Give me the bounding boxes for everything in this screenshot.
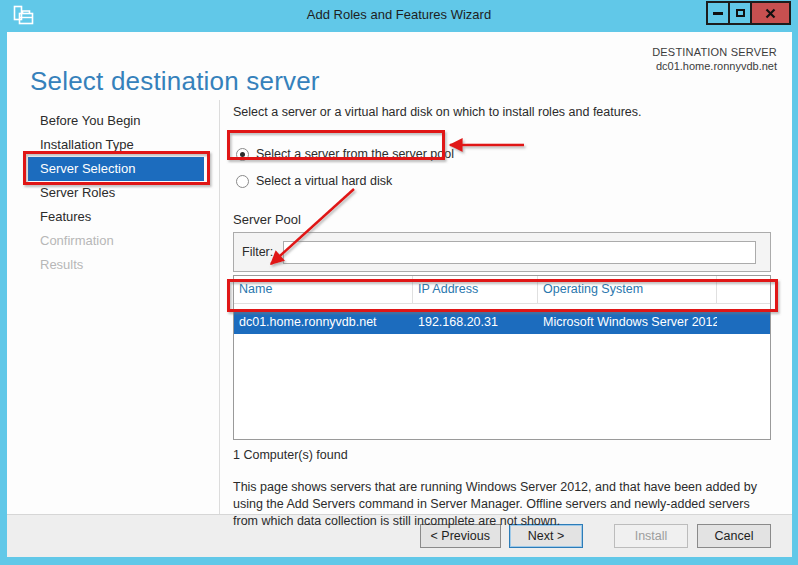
wizard-steps-sidebar: Before You Begin Installation Type Serve… [7,100,220,514]
destination-server-value: dc01.home.ronnyvdb.net [652,60,777,72]
minimize-button[interactable] [706,1,730,25]
radio-server-pool-label: Select a server from the server pool [256,147,454,161]
column-header-ip-address[interactable]: IP Address [413,276,538,303]
computer-count-text: 1 Computer(s) found [233,448,775,462]
sidebar-item-before-you-begin[interactable]: Before You Begin [7,109,219,133]
close-icon [765,8,776,19]
destination-server-label: DESTINATION SERVER [652,46,777,58]
wizard-content: Select a server or a virtual hard disk o… [220,100,792,514]
server-pool-table: Name IP Address Operating System dc01.ho… [233,275,771,440]
radio-virtual-hard-disk[interactable]: Select a virtual hard disk [236,174,775,188]
maximize-icon [736,9,745,17]
page-description: This page shows servers that are running… [233,479,770,530]
window-controls [708,1,791,25]
radio-server-pool[interactable]: Select a server from the server pool [236,147,775,161]
column-header-operating-system[interactable]: Operating System [538,276,717,303]
sidebar-item-confirmation: Confirmation [7,229,219,253]
maximize-button[interactable] [728,1,752,25]
sidebar-item-results: Results [7,253,219,277]
titlebar: Add Roles and Features Wizard [0,0,798,32]
window-title: Add Roles and Features Wizard [0,0,798,32]
cell-server-os: Microsoft Windows Server 2012 R2 Standar… [538,310,717,334]
cell-server-ip: 192.168.20.31 [413,310,538,334]
intro-text: Select a server or a virtual hard disk o… [233,105,775,119]
filter-label: Filter: [242,245,273,259]
destination-server-block: DESTINATION SERVER dc01.home.ronnyvdb.ne… [652,46,777,72]
radio-unselected-icon [236,175,249,188]
wizard-body: Before You Begin Installation Type Serve… [7,100,792,514]
table-header-row: Name IP Address Operating System [234,276,770,304]
radio-virtual-hard-disk-label: Select a virtual hard disk [256,174,392,188]
column-header-extra [717,276,770,303]
page-title: Select destination server [30,66,320,97]
server-pool-title: Server Pool [233,212,775,227]
radio-selected-icon [236,148,249,161]
wizard-window: Add Roles and Features Wizard Select des… [0,0,798,565]
minimize-icon [713,12,723,15]
filter-panel: Filter: [233,232,771,272]
sidebar-item-server-roles[interactable]: Server Roles [7,181,219,205]
sidebar-item-features[interactable]: Features [7,205,219,229]
table-row-server[interactable]: dc01.home.ronnyvdb.net 192.168.20.31 Mic… [234,310,770,334]
wizard-dialog: Select destination server DESTINATION SE… [7,32,792,557]
wizard-header: Select destination server DESTINATION SE… [7,32,792,100]
cell-server-name: dc01.home.ronnyvdb.net [234,310,413,334]
filter-input[interactable] [283,241,756,264]
close-button[interactable] [750,1,791,25]
sidebar-item-server-selection[interactable]: Server Selection [28,157,204,181]
sidebar-item-installation-type[interactable]: Installation Type [7,133,219,157]
column-header-name[interactable]: Name [234,276,413,303]
